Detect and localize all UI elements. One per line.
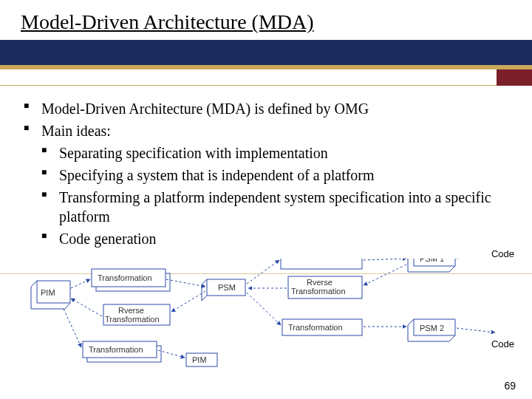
diagram-label-transformation-b: Transformation xyxy=(89,345,143,354)
svg-line-23 xyxy=(158,350,185,358)
svg-line-12 xyxy=(364,259,406,260)
slide-title: Model-Driven Architecture (MDA) xyxy=(21,10,532,34)
content-area: Model-Driven Architecture (MDA) is defin… xyxy=(0,86,532,248)
accent-block-maroon xyxy=(497,69,532,86)
diagram-label-reverse-r1: Rverse xyxy=(307,278,332,287)
bullet-item: Model-Driven Architecture (MDA) is defin… xyxy=(24,99,508,118)
sub-bullet-item: Specifying a system that is independent … xyxy=(41,166,508,185)
code-label-1: Code xyxy=(491,248,514,259)
mda-diagram: PIM Transformation Rverse Transformation… xyxy=(15,259,517,377)
svg-line-22 xyxy=(64,309,81,347)
bullet-item: Main ideas: Separating specification wit… xyxy=(24,121,508,248)
diagram-label-transformation: Transformation xyxy=(98,273,152,282)
svg-line-18 xyxy=(457,328,495,332)
svg-line-4 xyxy=(71,279,90,288)
page-number: 69 xyxy=(504,380,516,392)
diagram-label-transformation-lr: Transformation xyxy=(288,323,343,332)
svg-rect-8 xyxy=(281,259,362,269)
bullet-text: Main ideas: xyxy=(41,123,111,139)
accent-rule-gold xyxy=(0,69,497,86)
title-band-navy xyxy=(0,40,532,65)
diagram-label-reverse-r2: Transformation xyxy=(291,287,346,296)
diagram-label-psm2: PSM 2 xyxy=(420,324,444,332)
svg-line-6 xyxy=(171,291,205,312)
sub-bullet-item: Separating specification with implementa… xyxy=(41,143,508,163)
diagram-label-pim: PIM xyxy=(41,288,55,297)
diagram-label-reverse-2: Transformation xyxy=(105,315,160,324)
diagram-label-psm: PSM xyxy=(218,283,236,292)
sub-bullet-item: Code generation xyxy=(41,229,508,248)
svg-line-11 xyxy=(247,260,279,284)
sub-bullet-item: Transforming a platform independent syst… xyxy=(41,188,508,226)
svg-line-15 xyxy=(247,293,281,325)
diagram-label-reverse-1: Rverse xyxy=(118,306,144,315)
svg-line-13 xyxy=(364,265,406,285)
diagram-label-psm1: PSM 1 xyxy=(420,259,444,263)
diagram-label-pim-small: PIM xyxy=(192,355,207,364)
svg-line-5 xyxy=(166,279,205,287)
svg-line-7 xyxy=(71,299,102,316)
